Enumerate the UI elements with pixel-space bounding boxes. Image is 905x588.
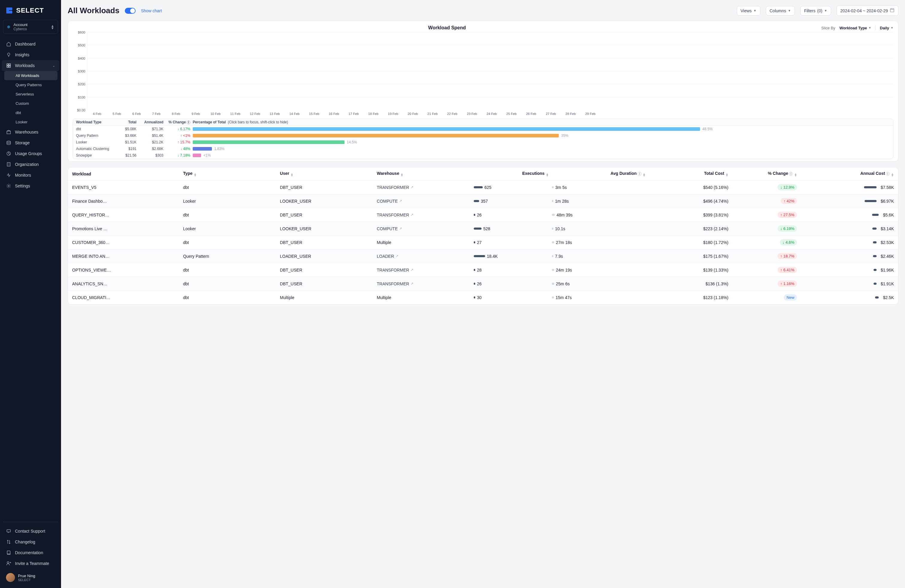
table-row[interactable]: Promotions Live …LookerLOOKER_USERCOMPUT…: [68, 222, 898, 236]
nav-docs[interactable]: Documentation: [2, 547, 59, 558]
table-row[interactable]: EVENTS_V5dbtDBT_USERTRANSFORMER↗6253m 5s…: [68, 181, 898, 194]
divider: [3, 522, 58, 522]
legend-row[interactable]: Snowpipe$21.56$303↓ 7.18%<1%: [73, 152, 893, 159]
warehouse-link[interactable]: LOADER↗: [377, 254, 399, 259]
col-user[interactable]: User▲▼: [280, 171, 374, 176]
nav-dashboard[interactable]: Dashboard: [2, 39, 59, 49]
col-type[interactable]: Type▲▼: [183, 171, 277, 176]
nav-insights[interactable]: Insights: [2, 49, 59, 60]
nav-warehouses[interactable]: Warehouses: [2, 127, 59, 137]
show-chart-label: Show chart: [141, 8, 162, 13]
slice-by-label: Slice By: [821, 26, 835, 30]
table-row[interactable]: Finance Dashbo…LookerLOOKER_USERCOMPUTE↗…: [68, 194, 898, 208]
svg-point-12: [8, 185, 9, 186]
calendar-icon: [890, 8, 894, 13]
col-cost[interactable]: Total Cost▲▼: [649, 171, 729, 176]
pie-icon: [6, 151, 11, 156]
info-icon: i: [886, 172, 890, 176]
user-profile[interactable]: Prue NingSELECT: [2, 570, 59, 585]
nav-sub-item[interactable]: Custom: [4, 99, 57, 108]
col-duration[interactable]: Avg Durationi▲▼: [552, 171, 646, 176]
svg-rect-7: [9, 66, 11, 67]
account-label: Account: [13, 22, 48, 27]
brand-name: SELECT: [16, 6, 44, 14]
table-row[interactable]: OPTIONS_VIEWE…dbtDBT_USERTRANSFORMER↗282…: [68, 263, 898, 277]
external-link-icon: ↗: [395, 254, 399, 258]
account-selector[interactable]: ❄ Account Cyberco ▲▼: [3, 20, 58, 34]
logo: SELECT: [0, 0, 61, 20]
warehouse-link[interactable]: COMPUTE↗: [377, 226, 402, 231]
date-range-button[interactable]: 2024-02-04 ~ 2024-02-29: [837, 5, 899, 16]
chat-icon: [6, 528, 11, 534]
legend-row[interactable]: Query Pattern$3.66K$51.4K↑ <1%35%: [73, 132, 893, 139]
nav-monitors[interactable]: Monitors: [2, 170, 59, 181]
nav-organization[interactable]: Organization: [2, 159, 59, 170]
nav-sub-item[interactable]: dbt: [4, 108, 57, 118]
sort-icon: ▲▼: [726, 173, 729, 176]
views-button[interactable]: Views▼: [737, 6, 761, 16]
nav-support[interactable]: Contact Support: [2, 526, 59, 537]
external-link-icon: ↗: [411, 282, 413, 286]
svg-point-3: [8, 53, 10, 56]
chevron-down-icon: ▼: [754, 9, 757, 12]
grid-icon: [6, 63, 11, 68]
warehouse-link[interactable]: TRANSFORMER↗: [377, 185, 413, 190]
nav-storage[interactable]: Storage: [2, 137, 59, 148]
warehouse-icon: [6, 129, 11, 135]
y-axis: $0.00$100$200$300$400$500$600: [73, 32, 87, 110]
col-change[interactable]: % Changei▲▼: [732, 171, 797, 176]
legend-row[interactable]: Looker$1.51K$21.2K↑ 15.7%14.5%: [73, 139, 893, 146]
nav-invite[interactable]: Invite a Teammate: [2, 558, 59, 569]
chart-plot[interactable]: $0.00$100$200$300$400$500$600: [73, 32, 893, 110]
legend-table: Workload Type Total Annualized % Changei…: [73, 119, 893, 159]
warehouse-link[interactable]: COMPUTE↗: [377, 199, 402, 203]
table-row[interactable]: CUSTOMER_360…dbtDBT_USERMultiple2727m 18…: [68, 236, 898, 250]
legend-row[interactable]: Automatic Clustering$191$2.68K↓ 48%1.83%: [73, 146, 893, 152]
table-row[interactable]: QUERY_HISTOR…dbtDBT_USERTRANSFORMER↗2648…: [68, 208, 898, 222]
chevron-down-icon: ▼: [891, 26, 893, 29]
sort-icon: ▲▼: [794, 173, 797, 176]
x-axis: 4 Feb5 Feb6 Feb7 Feb8 Feb9 Feb10 Feb11 F…: [87, 110, 893, 116]
sort-icon: ▲▼: [400, 173, 403, 176]
slice-by-select[interactable]: Workload Type▼: [840, 26, 871, 30]
gear-icon: [6, 183, 11, 189]
table-row[interactable]: ANALYTICS_SN…dbtDBT_USERTRANSFORMER↗2625…: [68, 277, 898, 291]
nav-usage-groups[interactable]: Usage Groups: [2, 148, 59, 159]
nav-sub-item[interactable]: All Workloads: [4, 71, 57, 80]
filters-button[interactable]: Filters(0)▼: [800, 6, 831, 16]
columns-button[interactable]: Columns▼: [766, 6, 795, 16]
nav-sub-item[interactable]: Query Patterns: [4, 80, 57, 89]
nav-changelog[interactable]: Changelog: [2, 537, 59, 547]
workloads-table: Workload Type▲▼ User▲▼ Warehouse▲▼ Execu…: [68, 167, 899, 305]
freq-select[interactable]: Daily▼: [880, 26, 893, 30]
nav-sub-item[interactable]: Looker: [4, 118, 57, 127]
nav-main: Dashboard Insights Workloads⌄ All Worklo…: [0, 38, 61, 520]
svg-rect-13: [7, 530, 11, 532]
svg-rect-11: [7, 162, 10, 166]
table-row[interactable]: CLOUD_MIGRATI…dbtMultipleMultiple3015m 4…: [68, 291, 898, 305]
warehouse-link[interactable]: TRANSFORMER↗: [377, 268, 413, 272]
legend-row[interactable]: dbt$5.08K$71.3K↓ 6.17%48.5%: [73, 126, 893, 132]
external-link-icon: ↗: [399, 199, 402, 203]
building-icon: [6, 162, 11, 167]
warehouse-link[interactable]: TRANSFORMER↗: [377, 213, 413, 217]
show-chart-toggle[interactable]: [125, 8, 136, 14]
sort-icon: ▲▼: [891, 173, 894, 176]
nav-footer: Contact Support Changelog Documentation …: [0, 524, 61, 588]
col-executions[interactable]: Executions▲▼: [474, 171, 549, 176]
table-row[interactable]: MERGE INTO AN…Query PatternLOADER_USERLO…: [68, 250, 898, 263]
nav-workloads[interactable]: Workloads⌄: [2, 60, 59, 71]
svg-rect-2: [6, 8, 9, 13]
col-warehouse[interactable]: Warehouse▲▼: [377, 171, 471, 176]
svg-rect-15: [890, 9, 894, 12]
warehouse-link[interactable]: TRANSFORMER↗: [377, 281, 413, 286]
info-icon: i: [187, 121, 191, 124]
sort-icon: ▲▼: [546, 173, 549, 176]
nav-settings[interactable]: Settings: [2, 181, 59, 191]
database-icon: [6, 140, 11, 146]
info-icon: i: [637, 172, 641, 176]
svg-point-9: [7, 141, 11, 142]
col-workload: Workload: [72, 172, 180, 176]
nav-sub-item[interactable]: Serverless: [4, 89, 57, 99]
col-annual[interactable]: Annual Costi▲▼: [800, 171, 894, 176]
